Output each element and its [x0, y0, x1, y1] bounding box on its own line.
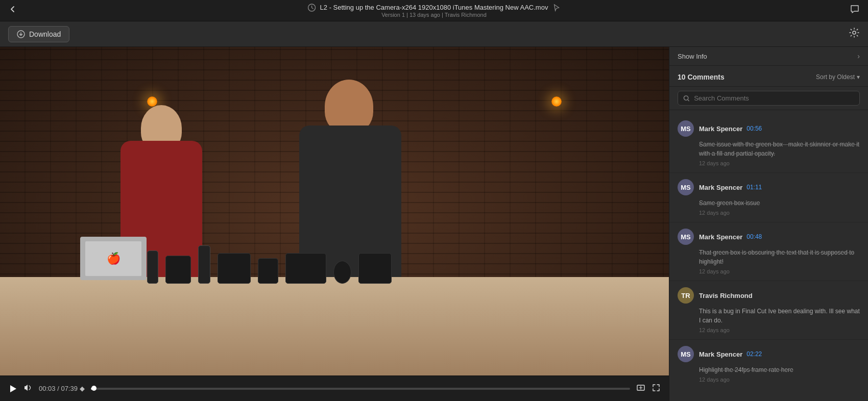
comment-date: 12 days ago [699, 160, 860, 166]
commenter-name: Mark Spencer [699, 233, 742, 241]
time-display: 00:03 / 07:39 ◆ [39, 385, 85, 392]
comment-date: 12 days ago [699, 268, 860, 274]
avatar: TR [678, 287, 694, 304]
comment-text: Same green box issue [699, 198, 860, 208]
svg-point-2 [853, 31, 856, 34]
commenter-name: Travis Richmond [699, 292, 753, 299]
chat-button[interactable] [850, 4, 860, 17]
cursor-icon [552, 4, 560, 12]
camera-2 [218, 253, 251, 284]
person-right-head [325, 80, 373, 133]
svg-marker-3 [10, 385, 16, 392]
comment-meta: Mark Spencer00:56 [699, 125, 860, 133]
comments-header: 10 Comments Sort by Oldest ▾ [669, 66, 868, 87]
volume-button[interactable] [23, 383, 33, 394]
scene: 🍎 [0, 47, 669, 375]
search-icon [683, 95, 690, 102]
comment-meta: Travis Richmond [699, 292, 860, 299]
download-button[interactable]: Download [8, 26, 69, 42]
laptop: 🍎 [80, 237, 147, 280]
comments-list: MSMark Spencer00:56Same issue with the g… [669, 110, 868, 401]
timestamp-badge[interactable]: 00:48 [746, 233, 762, 240]
main-content: 🍎 [0, 47, 868, 401]
laptop-screen: 🍎 [85, 241, 141, 276]
comment-date: 12 days ago [699, 377, 860, 383]
timestamp-badge[interactable]: 01:11 [746, 184, 762, 191]
show-info-bar: Show Info › [669, 47, 868, 66]
sort-button[interactable]: Sort by Oldest ▾ [816, 73, 860, 81]
timestamp-badge[interactable]: 02:22 [746, 350, 762, 358]
comments-count: 10 Comments [678, 73, 725, 81]
table-surface [0, 277, 669, 375]
progress-marker [91, 386, 97, 391]
comment-item: MSMark Spencer01:11Same green box issue1… [669, 173, 868, 222]
action-bar: Download [0, 21, 868, 47]
camera-1 [165, 256, 191, 284]
show-info-chevron-icon[interactable]: › [857, 52, 860, 60]
comment-header: MSMark Spencer02:22 [678, 346, 860, 362]
comment-meta: Mark Spencer02:22 [699, 350, 860, 358]
comment-meta: Mark Spencer01:11 [699, 184, 860, 191]
play-button[interactable] [8, 384, 17, 393]
commenter-name: Mark Spencer [699, 350, 742, 358]
comment-item: MSMark Spencer00:48That green box is obs… [669, 222, 868, 281]
commenter-name: Mark Spencer [699, 125, 742, 133]
comment-header: MSMark Spencer01:11 [678, 179, 860, 195]
camera-lens-1 [147, 250, 158, 284]
expand-button[interactable] [652, 383, 661, 394]
comment-text: Same issue with the green box - make it … [699, 140, 860, 158]
comment-date: 12 days ago [699, 210, 860, 216]
comment-text: This is a bug in Final Cut Ive been deal… [699, 307, 860, 325]
comments-search [669, 87, 868, 110]
camera-4 [285, 253, 326, 284]
top-bar-center: L2 - Setting up the Camera-x264 1920x108… [308, 4, 561, 18]
search-input[interactable] [694, 94, 854, 102]
avatar: MS [678, 179, 694, 195]
video-title: L2 - Setting up the Camera-x264 1920x108… [320, 4, 548, 11]
commenter-name: Mark Spencer [699, 184, 742, 191]
timestamp-badge[interactable]: 00:56 [746, 125, 762, 132]
comment-item: MSMark Spencer00:56Same issue with the g… [669, 114, 868, 173]
top-bar-right [850, 4, 860, 17]
video-frame: 🍎 [0, 47, 669, 375]
top-bar-left [8, 5, 17, 16]
settings-button[interactable] [849, 27, 860, 41]
avatar: MS [678, 229, 694, 245]
video-meta: Version 1 | 13 days ago | Travis Richmon… [381, 12, 487, 18]
back-button[interactable] [8, 5, 17, 16]
camera-equipment [147, 243, 635, 284]
video-controls: 00:03 / 07:39 ◆ [0, 375, 669, 401]
show-info-link[interactable]: Show Info [678, 53, 707, 60]
comment-text: Highlight the 24fps frame rate here [699, 365, 860, 374]
avatar: MS [678, 346, 694, 362]
search-wrapper [678, 91, 860, 106]
comment-item: MSMark Spencer02:22Highlight the 24fps f… [669, 340, 868, 389]
video-area: 🍎 [0, 47, 669, 401]
comment-header: MSMark Spencer00:56 [678, 120, 860, 137]
comments-panel: Show Info › 10 Comments Sort by Oldest ▾… [669, 47, 868, 401]
top-bar: L2 - Setting up the Camera-x264 1920x108… [0, 0, 868, 21]
download-icon [17, 30, 25, 38]
comment-item: TRTravis RichmondThis is a bug in Final … [669, 281, 868, 340]
comment-header: TRTravis Richmond [678, 287, 860, 304]
light-right [551, 96, 562, 107]
camera-lens-2 [198, 245, 210, 284]
fullscreen-button[interactable] [636, 383, 645, 394]
avatar: MS [678, 120, 694, 137]
progress-bar[interactable] [91, 388, 630, 390]
clock-icon [308, 4, 316, 12]
camera-5 [333, 261, 351, 284]
comment-text: That green box is obscuring the text tha… [699, 248, 860, 266]
comment-date: 12 days ago [699, 327, 860, 333]
comment-header: MSMark Spencer00:48 [678, 229, 860, 245]
camera-6 [358, 253, 392, 284]
chevron-down-icon: ▾ [857, 73, 860, 81]
light-left [147, 96, 157, 107]
video-container[interactable]: 🍎 [0, 47, 669, 375]
camera-3 [258, 258, 278, 284]
comment-meta: Mark Spencer00:48 [699, 233, 860, 241]
apple-logo-icon: 🍎 [107, 252, 120, 265]
